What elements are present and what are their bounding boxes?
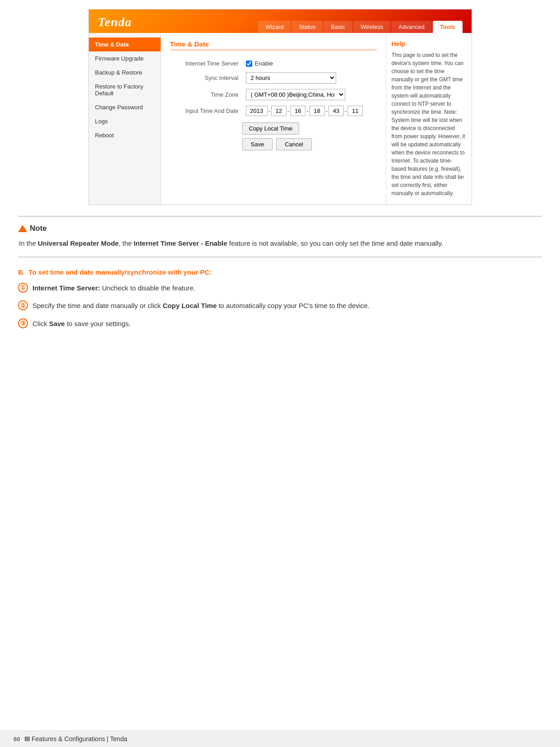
help-text: This page is used to set the device's sy… [392,51,466,197]
tenda-logo: Tenda [98,15,132,33]
step1-bold: Internet Time Server: [32,284,100,292]
sidebar-item-backup[interactable]: Backup & Restore [89,65,161,79]
section-title: Time & Date [170,40,377,50]
header-letter: B. [18,268,25,276]
step-2: ② Specify the time and date manually or … [18,300,542,312]
sidebar-item-reboot[interactable]: Reboot [89,128,161,142]
page-footer: 60 III Features & Configurations | Tenda [0,730,560,747]
warning-triangle-icon [18,225,27,232]
router-panel: Tenda Wizard Status Basic Wireless Advan… [88,9,472,205]
copy-local-time-button[interactable]: Copy Local Time [242,122,300,135]
nav-tabs: Wizard Status Basic Wireless Advanced To… [257,21,462,33]
min-input[interactable] [329,106,344,116]
step2-after: to automatically copy your PC's time to … [217,302,370,309]
note-header: Note [18,224,542,233]
tab-basic[interactable]: Basic [324,21,352,33]
step-text-3: Click Save to save your settings. [32,318,131,330]
year-input[interactable] [246,106,268,116]
step-1: ① Internet Time Server: Uncheck to disab… [18,282,542,294]
note-body: In the Universal Repeater Mode, the Inte… [19,238,542,249]
note-title: Note [30,224,47,233]
help-title: Help [392,40,466,47]
tab-advanced[interactable]: Advanced [391,21,432,33]
note-end-text: feature is not available, so you can onl… [227,239,443,247]
step-circle-1: ① [18,283,28,293]
row-internet-time: Internet Time Server Enable [170,57,377,70]
sec-input[interactable] [347,106,363,116]
time-zone-select[interactable]: ( GMT+08:00 )Beijing,China, Hong [246,89,345,100]
cell-sync-interval: 30 minutes 1 hour 2 hours 4 hours 8 hour… [242,70,377,86]
enable-label: Enable [255,60,273,67]
step2-before: Specify the time and date manually or cl… [32,302,162,309]
cell-time-zone: ( GMT+08:00 )Beijing,China, Hong [242,86,377,103]
step1-text: Uncheck to disable the feature. [100,284,195,292]
footer-page-number: 60 [14,736,20,742]
sidebar-item-restore-factory[interactable]: Restore to Factory Default [89,79,161,100]
label-sync-interval: Sync Interval [170,70,242,86]
sep1: - [268,107,270,114]
tab-wizard[interactable]: Wizard [258,21,291,33]
step-text-2: Specify the time and date manually or cl… [32,300,370,312]
tab-wireless[interactable]: Wireless [353,21,390,33]
sep2: - [287,107,289,114]
note-bold2: Internet Time Server - Enable [134,239,227,247]
form-table: Internet Time Server Enable Sync Interva… [170,57,377,119]
cancel-button[interactable]: Cancel [276,138,311,150]
sep3: - [306,107,308,114]
cell-input-time: - - - - - [242,103,377,119]
cell-internet-time: Enable [242,57,377,70]
router-header: Tenda Wizard Status Basic Wireless Advan… [89,9,472,33]
step-3: ③ Click Save to save your settings. [18,318,542,330]
checkbox-enable-label[interactable]: Enable [246,60,373,67]
sidebar-item-time-date[interactable]: Time & Date [89,37,161,51]
sidebar-item-logs[interactable]: Logs [89,114,161,128]
footer-text: III Features & Configurations | Tenda [24,735,127,742]
hour-input[interactable] [310,106,325,116]
note-bold1: Universal Repeater Mode [38,239,119,247]
sep4: - [326,107,328,114]
step3-bold: Save [49,320,65,327]
tab-tools[interactable]: Tools [433,21,463,33]
router-body: Time & Date Firmware Upgrade Backup & Re… [89,33,472,205]
sidebar-item-change-password[interactable]: Change Password [89,100,161,114]
sidebar-item-firmware[interactable]: Firmware Upgrade [89,51,161,65]
row-time-zone: Time Zone ( GMT+08:00 )Beijing,China, Ho… [170,86,377,103]
row-input-time: Input Time And Date - - - - - [170,103,377,119]
month-input[interactable] [271,106,287,116]
header-text: To set time and date manually/synchroniz… [28,268,212,276]
day-input[interactable] [290,106,305,116]
step3-before: Click [32,320,49,327]
step-circle-3: ③ [18,318,28,328]
row-sync-interval: Sync Interval 30 minutes 1 hour 2 hours … [170,70,377,86]
footer-roman: III [24,735,30,742]
main-content: Time & Date Internet Time Server Enable … [161,33,386,205]
action-buttons: Save Cancel [242,138,377,150]
step3-after: to save your settings. [65,320,131,327]
label-internet-time: Internet Time Server [170,57,242,70]
instructions-section: B. To set time and date manually/synchro… [18,268,542,330]
step-text-1: Internet Time Server: Uncheck to disable… [32,282,195,294]
sep5: - [345,107,347,114]
step2-bold: Copy Local Time [162,302,217,309]
note-section: Note In the Universal Repeater Mode, the… [18,216,542,257]
instruction-header: B. To set time and date manually/synchro… [18,268,542,276]
tab-status[interactable]: Status [292,21,323,33]
time-inputs: - - - - - [246,106,373,116]
label-input-time: Input Time And Date [170,103,242,119]
internet-time-checkbox[interactable] [246,61,252,67]
sidebar: Time & Date Firmware Upgrade Backup & Re… [89,33,161,205]
note-mid-text: , the [119,239,134,247]
label-time-zone: Time Zone [170,86,242,103]
help-panel: Help This page is used to set the device… [386,33,472,205]
note-body-text: In the [19,239,38,247]
step-circle-2: ② [18,300,28,310]
sync-interval-select[interactable]: 30 minutes 1 hour 2 hours 4 hours 8 hour… [246,72,336,84]
save-button[interactable]: Save [242,138,273,150]
